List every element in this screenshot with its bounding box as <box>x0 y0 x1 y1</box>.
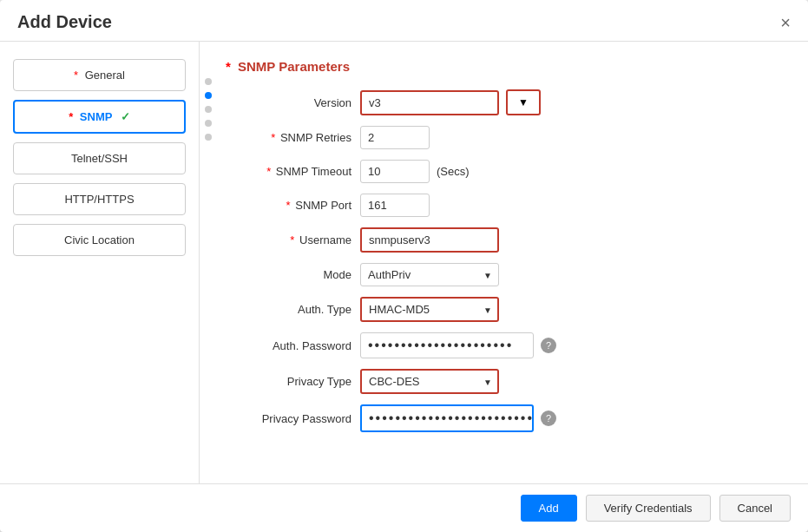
sidebar-label-snmp: SNMP <box>80 110 112 123</box>
auth-password-field[interactable]: •••••••••••••••••••••• <box>360 332 534 358</box>
sidebar-label-telnet: Telnet/SSH <box>71 152 128 165</box>
sidebar-label-general: General <box>85 69 125 82</box>
version-dropdown-button[interactable]: ▼ <box>506 89 541 115</box>
dialog-title: Add Device <box>17 12 112 32</box>
timeout-row: * SNMP Timeout (Secs) <box>226 160 782 183</box>
retries-star: * <box>271 131 279 144</box>
username-row: * Username <box>226 227 782 253</box>
mode-label: Mode <box>226 268 360 281</box>
dialog-footer: Add Verify Credentials Cancel <box>0 483 808 532</box>
sidebar-item-civic-location[interactable]: Civic Location <box>13 224 186 256</box>
required-star-general: * <box>74 69 78 82</box>
sidebar: * General * SNMP ✓ Telnet/SSH HTTP/HTTPS… <box>0 42 200 483</box>
privacy-type-row: Privacy Type CBC-DES AES-128 AES-192 AES… <box>226 369 782 394</box>
main-content: * SNMP Parameters Version ▼ * SNMP Retri… <box>200 42 808 483</box>
dot-5 <box>205 134 212 141</box>
privacy-password-field[interactable]: ••••••••••••••••••••••••• <box>360 404 534 432</box>
privacy-type-label: Privacy Type <box>226 375 360 388</box>
sidebar-item-telnet[interactable]: Telnet/SSH <box>13 142 186 174</box>
timeout-label: * SNMP Timeout <box>226 165 360 178</box>
dialog-header: Add Device × <box>0 0 808 42</box>
port-label: * SNMP Port <box>226 199 360 212</box>
sidebar-item-http[interactable]: HTTP/HTTPS <box>13 183 186 215</box>
auth-type-row: Auth. Type HMAC-MD5 HMAC-SHA <box>226 297 782 322</box>
auth-type-select[interactable]: HMAC-MD5 HMAC-SHA <box>360 297 499 322</box>
retries-label: * SNMP Retries <box>226 131 360 144</box>
add-device-dialog: Add Device × * General * SNMP ✓ Telnet/S… <box>0 0 808 532</box>
sidebar-label-http: HTTP/HTTPS <box>64 193 134 206</box>
version-input[interactable] <box>360 90 499 115</box>
privacy-type-select[interactable]: CBC-DES AES-128 AES-192 AES-256 <box>360 369 499 394</box>
close-button[interactable]: × <box>780 14 791 31</box>
section-title-text: SNMP Parameters <box>238 59 350 74</box>
verify-credentials-button[interactable]: Verify Credentials <box>586 495 711 522</box>
auth-type-select-wrapper: HMAC-MD5 HMAC-SHA <box>360 297 499 322</box>
privacy-password-label: Privacy Password <box>226 412 360 425</box>
username-label: * Username <box>226 233 360 246</box>
auth-type-label: Auth. Type <box>226 303 360 316</box>
retries-input[interactable] <box>360 126 430 149</box>
add-button[interactable]: Add <box>521 495 577 522</box>
port-input[interactable] <box>360 194 430 217</box>
cancel-button[interactable]: Cancel <box>719 495 791 522</box>
auth-password-row: Auth. Password •••••••••••••••••••••• ? <box>226 332 782 358</box>
username-star: * <box>290 233 298 246</box>
timeout-star: * <box>266 165 274 178</box>
auth-password-label: Auth. Password <box>226 339 360 352</box>
mode-row: Mode AuthPriv AuthNoPriv NoAuthNoPriv <box>226 263 782 286</box>
mode-select-wrapper: AuthPriv AuthNoPriv NoAuthNoPriv <box>360 263 499 286</box>
check-icon-snmp: ✓ <box>121 110 130 123</box>
port-row: * SNMP Port <box>226 194 782 217</box>
version-label: Version <box>226 96 360 109</box>
secs-label: (Secs) <box>437 165 470 178</box>
required-star-snmp: * <box>69 110 73 123</box>
retries-row: * SNMP Retries <box>226 126 782 149</box>
version-wrapper: ▼ <box>360 89 541 115</box>
privacy-password-row: Privacy Password •••••••••••••••••••••••… <box>226 404 782 432</box>
dot-3 <box>205 106 212 113</box>
sidebar-label-civic-location: Civic Location <box>64 233 135 246</box>
timeout-input[interactable] <box>360 160 430 183</box>
dots-connector <box>205 78 212 141</box>
port-star: * <box>286 199 294 212</box>
mode-select[interactable]: AuthPriv AuthNoPriv NoAuthNoPriv <box>360 263 499 286</box>
privacy-type-select-wrapper: CBC-DES AES-128 AES-192 AES-256 <box>360 369 499 394</box>
privacy-password-help-icon[interactable]: ? <box>541 410 556 426</box>
dialog-body: * General * SNMP ✓ Telnet/SSH HTTP/HTTPS… <box>0 42 808 483</box>
sidebar-item-snmp[interactable]: * SNMP ✓ <box>13 100 186 134</box>
section-title: * SNMP Parameters <box>226 59 782 74</box>
dot-1 <box>205 78 212 85</box>
section-star: * <box>226 59 231 74</box>
dropdown-arrow-icon: ▼ <box>518 96 529 108</box>
sidebar-item-general[interactable]: * General <box>13 59 186 91</box>
username-input[interactable] <box>360 227 499 253</box>
auth-password-help-icon[interactable]: ? <box>541 338 556 353</box>
dot-2 <box>205 92 212 99</box>
version-row: Version ▼ <box>226 89 782 115</box>
dot-4 <box>205 120 212 127</box>
